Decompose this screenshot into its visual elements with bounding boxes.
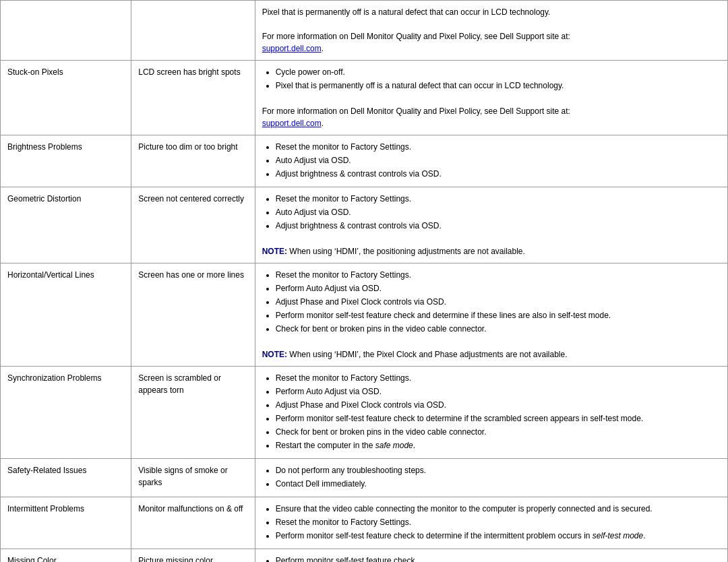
italic-text: safe mode [375,441,413,450]
table-row: Synchronization Problems Screen is scram… [1,367,728,459]
list-item: Restart the computer in the safe mode. [276,439,721,451]
description-cell: Screen is scrambled or appears torn [131,367,255,459]
solution-list: Reset the monitor to Factory Settings. P… [262,269,721,335]
solution-list: Do not perform any troubleshooting steps… [262,464,721,490]
dell-support-link[interactable]: support.dell.com [262,119,322,128]
solution-text: For more information on Dell Monitor Qua… [262,105,721,129]
table-row: Geometric Distortion Screen not centered… [1,187,728,263]
solution-cell: Reset the monitor to Factory Settings. A… [255,135,727,187]
problem-cell: Missing Color [1,549,131,563]
solution-list: Ensure that the video cable connecting t… [262,503,721,542]
list-item: Ensure that the video cable connecting t… [276,503,721,515]
solution-list: Perform monitor self-test feature check.… [262,555,721,562]
list-item: Cycle power on-off. [276,66,721,78]
solution-text: Pixel that is permanently off is a natur… [262,6,721,18]
table-row: Intermittent Problems Monitor malfunctio… [1,497,728,549]
description-cell: Monitor malfunctions on & off [131,497,255,549]
problem-cell: Safety-Related Issues [1,459,131,497]
solution-text: For more information on Dell Monitor Qua… [262,30,721,55]
description-cell: LCD screen has bright spots [131,61,255,135]
list-item: Perform monitor self-test feature check … [276,530,721,542]
problem-cell: Horizontal/Vertical Lines [1,263,131,367]
list-item: Adjust brightness & contrast controls vi… [276,220,721,232]
solution-cell: Reset the monitor to Factory Settings. A… [255,187,727,263]
note-text: NOTE: When using ‘HDMI’, the Pixel Clock… [262,348,721,361]
table-row: Missing Color Picture missing color Perf… [1,549,728,563]
list-item: Reset the monitor to Factory Settings. [276,372,721,384]
solution-list: Reset the monitor to Factory Settings. A… [262,193,721,232]
problem-cell [1,1,131,61]
dell-support-link[interactable]: support.dell.com [262,44,322,53]
list-item: Contact Dell immediately. [276,478,721,490]
list-item: Do not perform any troubleshooting steps… [276,464,721,476]
list-item: Perform Auto Adjust via OSD. [276,282,721,294]
description-cell [131,1,255,61]
note-label: NOTE: [262,247,287,256]
problem-cell: Geometric Distortion [1,187,131,263]
solution-cell: Pixel that is permanently off is a natur… [255,1,727,61]
list-item: Reset the monitor to Factory Settings. [276,516,721,528]
description-cell: Screen has one or more lines [131,263,255,367]
description-cell: Picture missing color [131,549,255,563]
solution-list: Reset the monitor to Factory Settings. A… [262,141,721,180]
solution-list: Reset the monitor to Factory Settings. P… [262,372,721,451]
list-item: Reset the monitor to Factory Settings. [276,193,721,205]
solution-cell: Cycle power on-off. Pixel that is perman… [255,61,727,135]
table-row: Stuck-on Pixels LCD screen has bright sp… [1,61,728,135]
list-item: Adjust brightness & contrast controls vi… [276,168,721,180]
solution-list: Cycle power on-off. Pixel that is perman… [262,66,721,92]
solution-cell: Perform monitor self-test feature check.… [255,549,727,563]
list-item: Perform Auto Adjust via OSD. [276,385,721,398]
list-item: Adjust Phase and Pixel Clock controls vi… [276,399,721,411]
list-item: Auto Adjust via OSD. [276,154,721,166]
table-row: Brightness Problems Picture too dim or t… [1,135,728,187]
solution-cell: Do not perform any troubleshooting steps… [255,459,727,497]
problem-cell: Stuck-on Pixels [1,61,131,135]
table-row: Safety-Related Issues Visible signs of s… [1,459,728,497]
note-text: NOTE: When using ‘HDMI’, the positioning… [262,245,721,257]
list-item: Reset the monitor to Factory Settings. [276,269,721,281]
problem-cell: Brightness Problems [1,135,131,187]
description-cell: Visible signs of smoke or sparks [131,459,255,497]
note-label: NOTE: [262,350,287,359]
table-row: Pixel that is permanently off is a natur… [1,1,728,61]
list-item: Check for bent or broken pins in the vid… [276,323,721,335]
list-item: Check for bent or broken pins in the vid… [276,426,721,438]
solution-cell: Reset the monitor to Factory Settings. P… [255,367,727,459]
description-cell: Picture too dim or too bright [131,135,255,187]
problem-cell: Synchronization Problems [1,367,131,459]
description-cell: Screen not centered correctly [131,187,255,263]
list-item: Perform monitor self-test feature check … [276,412,721,425]
solution-cell: Reset the monitor to Factory Settings. P… [255,263,727,367]
list-item: Perform monitor self-test feature check. [276,555,721,562]
list-item: Pixel that is permanently off is a natur… [276,80,721,92]
solution-cell: Ensure that the video cable connecting t… [255,497,727,549]
list-item: Adjust Phase and Pixel Clock controls vi… [276,296,721,308]
list-item: Auto Adjust via OSD. [276,206,721,218]
troubleshooting-table: Pixel that is permanently off is a natur… [0,0,728,562]
table-row: Horizontal/Vertical Lines Screen has one… [1,263,728,367]
list-item: Reset the monitor to Factory Settings. [276,141,721,153]
italic-text: self-test mode [593,531,643,540]
problem-cell: Intermittent Problems [1,497,131,549]
list-item: Perform monitor self-test feature check … [276,309,721,321]
